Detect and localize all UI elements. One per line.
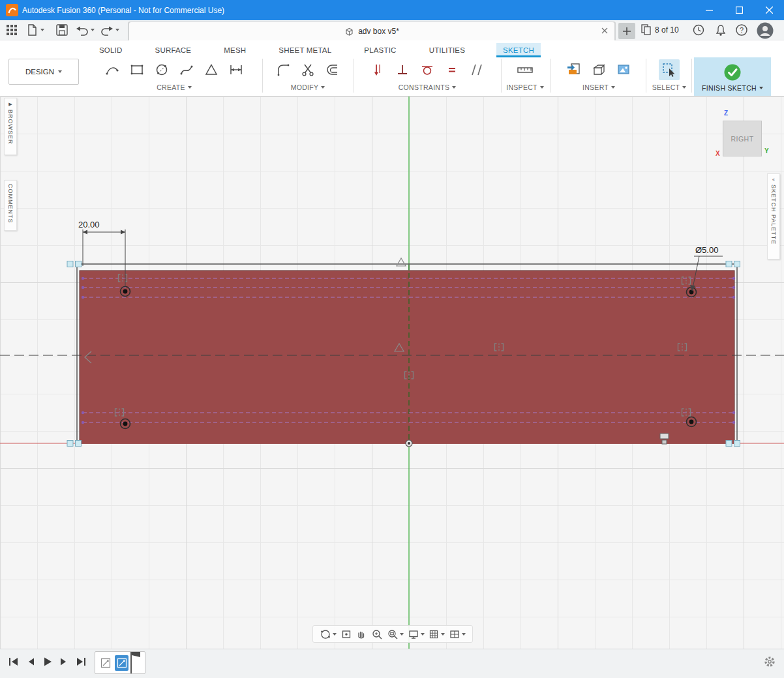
documents-icon (641, 24, 652, 36)
circle-tool-icon[interactable] (154, 62, 170, 78)
group-label-insert[interactable]: INSERT (582, 83, 615, 91)
orbit-button[interactable] (320, 628, 337, 640)
app-grid-menu-icon[interactable] (5, 23, 18, 37)
job-status[interactable]: 8 of 10 (641, 24, 679, 36)
equal-constraint-icon[interactable] (444, 62, 460, 78)
trim-tool-icon[interactable] (300, 62, 316, 78)
tangent-constraint-icon[interactable] (419, 62, 435, 78)
timeline-track[interactable] (95, 651, 145, 674)
origin-point[interactable] (406, 440, 412, 447)
offset-tool-icon[interactable] (325, 62, 340, 78)
job-status-label: 8 of 10 (655, 25, 679, 35)
viewcube[interactable]: RIGHT (723, 121, 762, 156)
dropdown-caret (91, 29, 95, 31)
display-settings-button[interactable] (408, 628, 425, 640)
redo-button[interactable] (100, 24, 119, 36)
pan-button[interactable] (355, 628, 367, 640)
ribbon-toolbar: DESIGN (0, 57, 784, 96)
navigation-toolbar (312, 625, 473, 643)
help-icon[interactable]: ? (736, 24, 747, 36)
vertical-constraint-icon[interactable] (370, 62, 385, 78)
new-document-tab-button[interactable] (618, 23, 635, 39)
measure-tool-icon[interactable] (517, 62, 534, 78)
dropdown-caret (682, 86, 686, 89)
step-back-button[interactable] (26, 656, 35, 670)
comments-panel-tab[interactable]: COMMENTS (4, 180, 17, 231)
look-at-button[interactable] (340, 628, 352, 640)
tab-sheet-metal[interactable]: SHEET METAL (277, 43, 333, 57)
timeline-playback-controls (8, 656, 87, 670)
finish-sketch-label: FINISH SKETCH (702, 84, 763, 92)
tab-surface[interactable]: SURFACE (154, 43, 193, 57)
tab-solid[interactable]: SOLID (98, 43, 124, 57)
group-separator (262, 59, 263, 93)
file-menu-button[interactable] (26, 23, 44, 37)
timeline-sketch-feature[interactable] (98, 655, 112, 671)
canvas-image-icon[interactable] (616, 62, 631, 78)
timeline-sketch-feature-active[interactable] (115, 655, 128, 671)
avatar[interactable] (757, 22, 774, 39)
perpendicular-constraint-icon[interactable] (395, 62, 410, 78)
sketch-palette-label: SKETCH PALETTE (770, 184, 777, 244)
skip-to-start-button[interactable] (8, 656, 19, 670)
group-separator (646, 59, 646, 93)
tab-sketch[interactable]: SKETCH (496, 43, 541, 57)
close-button[interactable] (754, 0, 784, 20)
tab-utilities[interactable]: UTILITIES (428, 43, 466, 57)
grid-snaps-button[interactable] (428, 628, 445, 640)
group-label-select[interactable]: SELECT (652, 83, 687, 91)
dropdown-caret (40, 29, 44, 31)
browser-panel-tab[interactable]: ▶ BROWSER (4, 98, 17, 155)
line-tool-icon[interactable] (104, 62, 120, 78)
group-create: CREATE (90, 59, 258, 91)
select-tool-icon[interactable] (659, 59, 680, 80)
timeline-settings-gear-icon[interactable] (763, 655, 776, 671)
fit-button[interactable] (387, 628, 404, 640)
play-button[interactable] (42, 656, 52, 670)
timeline-marker[interactable] (130, 652, 141, 676)
browser-panel-label: BROWSER (7, 110, 14, 145)
tab-mesh[interactable]: MESH (222, 43, 247, 57)
close-document-icon[interactable] (601, 27, 608, 36)
viewports-button[interactable] (449, 628, 466, 640)
zoom-button[interactable] (371, 628, 383, 640)
dimension-tool-icon[interactable] (228, 62, 244, 78)
group-label-create[interactable]: CREATE (157, 83, 192, 91)
modeling-canvas[interactable]: 20.00 Ø5.00 (0, 96, 784, 649)
group-label-constraints[interactable]: CONSTRAINTS (399, 83, 457, 91)
group-label-modify[interactable]: MODIFY (291, 83, 325, 91)
sketch-graphics: 20.00 Ø5.00 (0, 96, 784, 649)
design-workspace-button[interactable]: DESIGN (8, 59, 79, 85)
app-window: Autodesk Fusion 360 (Personal - Not for … (0, 0, 784, 678)
undo-button[interactable] (76, 24, 95, 36)
fillet-tool-icon[interactable] (275, 62, 291, 78)
save-button[interactable] (56, 24, 68, 36)
parallel-constraint-icon[interactable] (469, 62, 485, 78)
finish-sketch-check-icon (722, 62, 743, 83)
linear-dimension-label: 20.00 (78, 220, 100, 229)
insert-svg-icon[interactable] (566, 62, 582, 78)
ribbon-tab-bar: SOLID SURFACE MESH SHEET METAL PLASTIC U… (0, 40, 784, 57)
polygon-tool-icon[interactable] (204, 62, 219, 78)
notifications-bell-icon[interactable] (715, 24, 727, 37)
dropdown-caret (333, 633, 337, 636)
group-insert: INSERT (553, 59, 644, 91)
insert-mesh-icon[interactable] (591, 62, 607, 78)
viewcube-face-label[interactable]: RIGHT (731, 135, 753, 143)
group-constraints: CONSTRAINTS (356, 59, 498, 91)
maximize-button[interactable] (724, 0, 754, 20)
step-forward-button[interactable] (59, 656, 68, 670)
tab-plastic[interactable]: PLASTIC (363, 43, 397, 57)
document-tab-strip: adv box v5* (128, 22, 616, 40)
document-tab[interactable]: adv box v5* (129, 22, 614, 40)
finish-sketch-button[interactable]: FINISH SKETCH (694, 57, 771, 96)
recent-clock-icon[interactable] (693, 24, 704, 36)
sketch-palette-tab[interactable]: « SKETCH PALETTE (767, 173, 780, 259)
skip-to-end-button[interactable] (76, 656, 87, 670)
rectangle-tool-icon[interactable] (129, 62, 145, 78)
minimize-button[interactable] (694, 0, 724, 20)
spline-tool-icon[interactable] (179, 62, 194, 78)
sketch-profile[interactable] (80, 271, 734, 443)
group-label-inspect[interactable]: INSPECT (506, 83, 544, 91)
app-bar: adv box v5* 8 of 10 ? (0, 20, 784, 40)
